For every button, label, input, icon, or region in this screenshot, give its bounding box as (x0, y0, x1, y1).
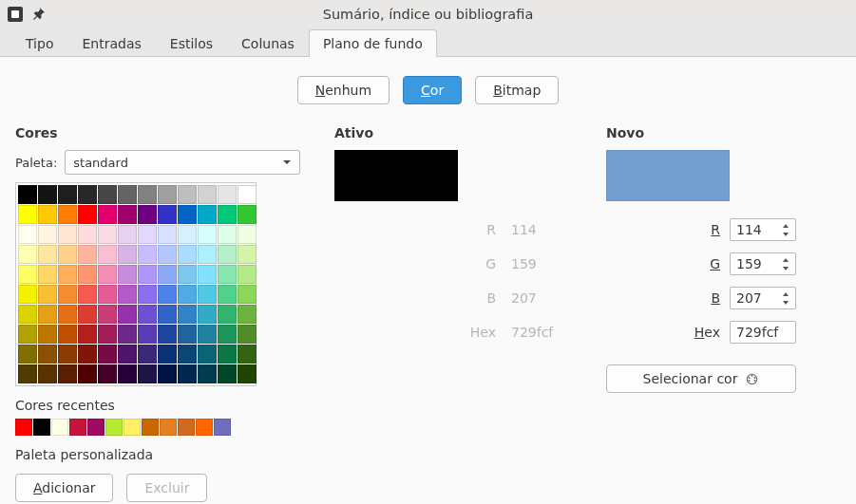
swatch[interactable] (118, 285, 137, 304)
swatch[interactable] (58, 325, 77, 344)
swatch[interactable] (198, 345, 217, 364)
swatch[interactable] (218, 325, 237, 344)
swatch[interactable] (118, 185, 137, 204)
recent-swatch[interactable] (160, 419, 177, 436)
swatch[interactable] (58, 305, 77, 324)
swatch[interactable] (98, 245, 117, 264)
swatch[interactable] (218, 205, 237, 224)
pick-color-button[interactable]: Selecionar cor (606, 364, 796, 393)
swatch[interactable] (18, 364, 37, 383)
swatch[interactable] (18, 185, 37, 204)
swatch[interactable] (38, 325, 57, 344)
swatch[interactable] (138, 285, 157, 304)
add-button[interactable]: Adicionar (15, 474, 113, 502)
swatch[interactable] (18, 265, 37, 284)
recent-swatch[interactable] (33, 419, 50, 436)
swatch[interactable] (238, 285, 257, 304)
swatch[interactable] (238, 305, 257, 324)
swatch[interactable] (138, 245, 157, 264)
mode-none-button[interactable]: Nenhum (297, 76, 390, 104)
swatch[interactable] (98, 285, 117, 304)
swatch[interactable] (198, 245, 217, 264)
swatch[interactable] (218, 225, 237, 244)
swatch[interactable] (138, 364, 157, 383)
swatch[interactable] (138, 205, 157, 224)
swatch[interactable] (78, 185, 97, 204)
swatch[interactable] (238, 225, 257, 244)
swatch[interactable] (38, 225, 57, 244)
swatch[interactable] (118, 364, 137, 383)
swatch[interactable] (178, 345, 197, 364)
novo-g-input[interactable]: 159 (730, 252, 796, 275)
recent-swatch[interactable] (142, 419, 159, 436)
swatch[interactable] (78, 245, 97, 264)
swatch[interactable] (178, 225, 197, 244)
swatch[interactable] (218, 185, 237, 204)
swatch[interactable] (138, 225, 157, 244)
swatch[interactable] (18, 285, 37, 304)
novo-r-input[interactable]: 114 (730, 218, 796, 241)
swatch[interactable] (18, 305, 37, 324)
swatch[interactable] (118, 305, 137, 324)
novo-hex-input[interactable]: 729fcf (730, 321, 796, 344)
tab-tipo[interactable]: Tipo (11, 29, 67, 57)
tab-estilos[interactable]: Estilos (156, 29, 227, 57)
swatch[interactable] (18, 205, 37, 224)
swatch[interactable] (118, 225, 137, 244)
swatch[interactable] (198, 285, 217, 304)
recent-swatch[interactable] (51, 419, 68, 436)
recent-swatch[interactable] (15, 419, 32, 436)
swatch[interactable] (178, 285, 197, 304)
swatch[interactable] (198, 364, 217, 383)
swatch[interactable] (58, 225, 77, 244)
pin-icon[interactable] (32, 7, 46, 23)
swatch[interactable] (18, 225, 37, 244)
swatch[interactable] (198, 225, 217, 244)
swatch[interactable] (218, 345, 237, 364)
swatch[interactable] (198, 185, 217, 204)
swatch[interactable] (98, 364, 117, 383)
swatch[interactable] (158, 205, 177, 224)
swatch[interactable] (58, 265, 77, 284)
swatch[interactable] (118, 345, 137, 364)
recent-swatch[interactable] (214, 419, 231, 436)
swatch[interactable] (238, 265, 257, 284)
swatch[interactable] (38, 285, 57, 304)
swatch[interactable] (38, 265, 57, 284)
recent-swatch[interactable] (196, 419, 213, 436)
swatch[interactable] (58, 205, 77, 224)
swatch[interactable] (218, 364, 237, 383)
swatch[interactable] (78, 305, 97, 324)
swatch[interactable] (138, 325, 157, 344)
swatch[interactable] (158, 364, 177, 383)
swatch[interactable] (178, 185, 197, 204)
swatch[interactable] (198, 205, 217, 224)
swatch[interactable] (78, 345, 97, 364)
swatch[interactable] (218, 245, 237, 264)
swatch[interactable] (18, 345, 37, 364)
swatch[interactable] (178, 265, 197, 284)
swatch[interactable] (58, 185, 77, 204)
swatch[interactable] (58, 345, 77, 364)
recent-swatch[interactable] (105, 419, 123, 436)
mode-bitmap-button[interactable]: Bitmap (475, 76, 559, 104)
swatch[interactable] (158, 305, 177, 324)
swatch[interactable] (198, 325, 217, 344)
swatch[interactable] (158, 225, 177, 244)
mode-color-button[interactable]: Cor (403, 76, 462, 104)
swatch[interactable] (198, 305, 217, 324)
swatch[interactable] (158, 345, 177, 364)
swatch[interactable] (78, 285, 97, 304)
swatch[interactable] (58, 364, 77, 383)
swatch[interactable] (178, 305, 197, 324)
recent-swatch[interactable] (69, 419, 86, 436)
swatch[interactable] (98, 225, 117, 244)
swatch[interactable] (158, 245, 177, 264)
swatch[interactable] (158, 285, 177, 304)
swatch[interactable] (178, 205, 197, 224)
tab-plano-de-fundo[interactable]: Plano de fundo (309, 29, 437, 57)
swatch[interactable] (98, 265, 117, 284)
swatch[interactable] (78, 225, 97, 244)
swatch[interactable] (178, 245, 197, 264)
swatch[interactable] (58, 245, 77, 264)
